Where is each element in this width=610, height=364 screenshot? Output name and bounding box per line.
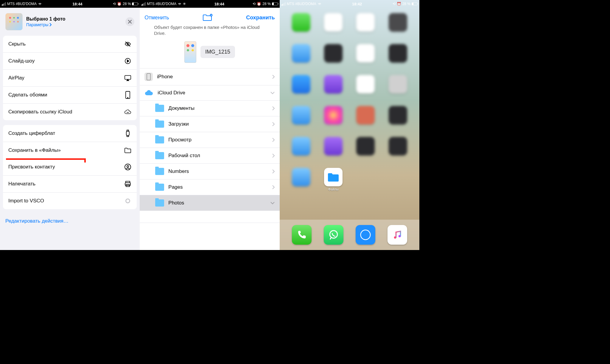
app-itunes[interactable] [324, 75, 343, 99]
loading-icon: ✳ [183, 2, 186, 6]
svg-rect-12 [147, 74, 150, 80]
app-generic[interactable] [356, 106, 375, 129]
signal-icon [141, 2, 146, 6]
app-compass[interactable] [389, 44, 407, 68]
alarm-icon: ⏰ [117, 2, 122, 6]
folder-pages[interactable]: Pages [140, 179, 279, 195]
folder-downloads[interactable]: Загрузки [140, 116, 279, 132]
chevron-right-icon [272, 169, 275, 174]
action-watchface[interactable]: Создать циферблат [3, 125, 137, 142]
app-generic3[interactable] [389, 137, 407, 160]
action-group-1: Скрыть Слайд-шоу AirPlay Сделать обоями … [3, 36, 137, 120]
file-preview: IMG_1215 [140, 40, 279, 68]
dock-safari[interactable] [356, 225, 375, 245]
battery-label: 28 % [402, 2, 410, 6]
app-viber[interactable] [324, 137, 343, 160]
app-messages[interactable] [292, 13, 310, 37]
save-button[interactable]: Сохранить [246, 15, 275, 21]
app-files[interactable]: Файлы [324, 168, 343, 191]
chevron-right-icon [272, 74, 275, 79]
svg-point-16 [394, 236, 396, 239]
action-airplay[interactable]: AirPlay [3, 69, 137, 86]
app-clock[interactable] [324, 44, 343, 68]
wifi-icon [178, 2, 182, 6]
action-hide[interactable]: Скрыть [3, 36, 137, 52]
alarm-icon: ⏰ [397, 2, 401, 6]
folder-icon [155, 199, 164, 207]
svg-point-7 [127, 165, 129, 167]
folder-icon [155, 136, 164, 143]
dock-music[interactable] [388, 225, 407, 245]
dock [280, 220, 419, 250]
action-wallpaper[interactable]: Сделать обоями [3, 86, 137, 103]
folder-icon [155, 152, 164, 159]
svg-rect-5 [126, 131, 129, 135]
app-settings[interactable] [389, 75, 407, 99]
params-link[interactable]: Параметры [26, 22, 66, 27]
new-folder-button[interactable] [203, 14, 213, 21]
app-mail[interactable] [292, 75, 310, 99]
files-icon [324, 168, 343, 186]
time-label: 18:42 [352, 2, 362, 6]
svg-point-6 [125, 164, 131, 170]
phone-icon [124, 91, 131, 99]
icloud-icon [144, 90, 153, 96]
selection-thumbnail [5, 13, 23, 30]
folder-photos[interactable]: Photos [140, 195, 279, 211]
save-description: Объект будет сохранен в папке «Photos» н… [140, 24, 279, 40]
app-generic2[interactable] [356, 137, 375, 160]
folder-icon [155, 184, 164, 191]
folder-documents[interactable]: Документы [140, 100, 279, 116]
print-icon [124, 180, 131, 188]
app-skype[interactable] [292, 137, 310, 160]
app-weather[interactable] [292, 44, 310, 68]
rotation-lock-icon: ⟲ [253, 2, 256, 6]
app-instagram[interactable] [324, 106, 343, 129]
app-youtube[interactable] [356, 75, 375, 99]
app-telegram[interactable] [292, 168, 310, 191]
file-thumbnail [184, 41, 196, 63]
battery-label: 28 % [123, 2, 131, 6]
dock-whatsapp[interactable] [324, 225, 343, 245]
rotation-lock-icon: ⟲ [393, 2, 396, 6]
cancel-button[interactable]: Отменить [144, 15, 169, 21]
app-calendar[interactable] [324, 13, 343, 37]
edit-actions-link[interactable]: Редактировать действия… [0, 214, 140, 228]
share-header: Выбрано 1 фото Параметры [0, 13, 140, 36]
rotation-lock-icon: ⟲ [113, 2, 116, 6]
action-icloud-link[interactable]: Скопировать ссылку iCloud [3, 103, 137, 120]
folder-icon [155, 168, 164, 175]
save-files-panel: MTS #BUD'DOMA ✳ 18:44 ⟲ ⏰ 28 % Отменить … [140, 0, 279, 250]
dock-phone[interactable] [292, 225, 312, 245]
carrier-label: MTS #BUD'DOMA [7, 2, 37, 6]
airplay-icon [124, 74, 131, 82]
folder-preview[interactable]: Просмотр [140, 132, 279, 148]
app-photos[interactable] [356, 13, 375, 37]
svg-point-4 [127, 97, 128, 98]
action-import-vsco[interactable]: Import to VSCO [3, 192, 137, 209]
status-bar: MTS #BUD'DOMA ✳ 18:44 ⟲ ⏰ 28 % [140, 0, 279, 8]
time-label: 18:44 [214, 2, 224, 6]
folder-desktop[interactable]: Рабочий стол [140, 148, 279, 163]
battery-icon [132, 2, 138, 5]
app-label: Файлы [328, 188, 339, 191]
chevron-right-icon [272, 106, 275, 111]
app-vk[interactable] [292, 106, 310, 129]
status-bar: MTS #BUD'DOMA 18:44 ⟲ ⏰ 28 % [0, 0, 140, 8]
close-button[interactable] [125, 17, 134, 26]
action-assign-contact[interactable]: Присвоить контакту [3, 159, 137, 175]
action-save-files[interactable]: Сохранить в «Файлы» [3, 142, 137, 159]
action-slideshow[interactable]: Слайд-шоу [3, 52, 137, 69]
chevron-right-icon [272, 185, 275, 190]
app-camera[interactable] [389, 13, 407, 37]
app-maps[interactable] [356, 44, 375, 68]
folder-numbers[interactable]: Numbers [140, 163, 279, 179]
app-tumblr[interactable] [389, 106, 407, 129]
location-icloud[interactable]: iCloud Drive [140, 85, 279, 100]
folder-icon [124, 147, 131, 154]
file-name-field[interactable]: IMG_1215 [200, 46, 235, 58]
alarm-icon: ⏰ [257, 2, 261, 6]
battery-icon [412, 2, 418, 5]
action-print[interactable]: Напечатать [3, 175, 137, 192]
location-iphone[interactable]: iPhone [140, 68, 279, 85]
